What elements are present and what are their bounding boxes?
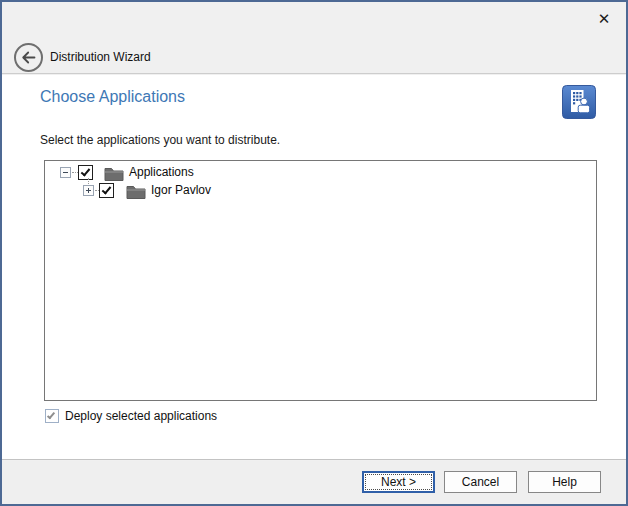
back-button[interactable] xyxy=(13,42,44,73)
igor-pavlov-checkbox[interactable] xyxy=(99,183,114,198)
folder-icon xyxy=(104,166,124,181)
checkmark-icon xyxy=(47,411,55,420)
distribution-wizard-window: Distribution Wizard ✕ Choose Application… xyxy=(0,0,628,506)
cancel-button[interactable]: Cancel xyxy=(444,471,517,493)
back-arrow-icon xyxy=(13,61,44,76)
collapse-expander-icon[interactable] xyxy=(60,167,71,178)
wizard-header: Distribution Wizard ✕ xyxy=(2,2,626,74)
applications-tree: Applications Igor Pavlov xyxy=(44,160,597,401)
folder-icon xyxy=(126,184,146,199)
checkmark-icon xyxy=(102,184,112,194)
expand-expander-icon[interactable] xyxy=(83,185,94,196)
page-title: Choose Applications xyxy=(40,88,185,106)
page-instruction: Select the applications you want to dist… xyxy=(40,133,280,147)
applications-checkbox[interactable] xyxy=(78,165,93,180)
next-button[interactable]: Next > xyxy=(362,471,435,493)
wizard-footer: Next > Cancel Help xyxy=(2,461,626,504)
help-button[interactable]: Help xyxy=(528,471,601,493)
tree-row-igor-pavlov[interactable]: Igor Pavlov xyxy=(45,182,596,200)
deploy-checkbox-label: Deploy selected applications xyxy=(65,409,217,423)
deploy-selected-applications-checkbox[interactable] xyxy=(45,409,59,423)
tree-item-label[interactable]: Igor Pavlov xyxy=(151,183,211,197)
checkmark-icon xyxy=(81,166,91,176)
close-icon[interactable]: ✕ xyxy=(590,6,618,32)
wizard-title: Distribution Wizard xyxy=(50,50,151,64)
wizard-page: Choose Applications xyxy=(2,75,626,460)
tree-row-applications[interactable]: Applications xyxy=(45,164,596,182)
tree-item-label[interactable]: Applications xyxy=(129,165,194,179)
applications-building-user-icon xyxy=(562,85,596,119)
